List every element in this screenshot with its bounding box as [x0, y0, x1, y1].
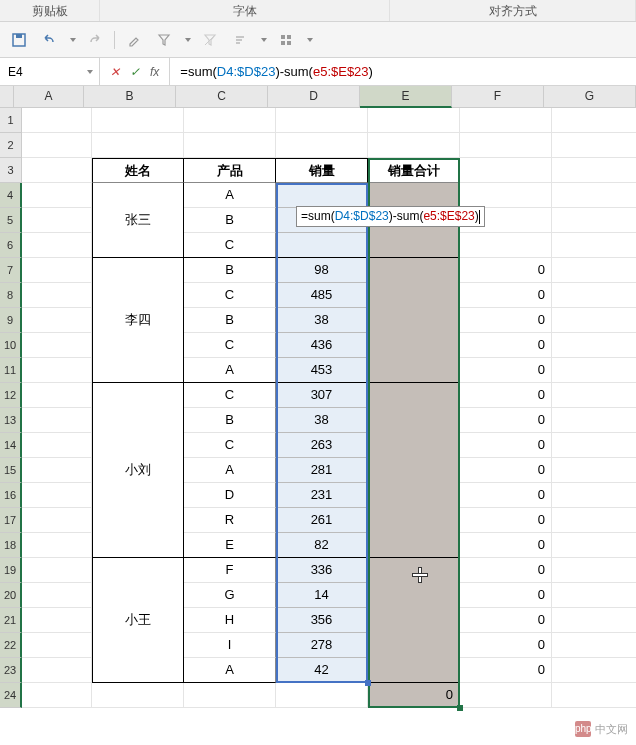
f-cell[interactable]: 0 — [460, 433, 552, 458]
cell[interactable] — [22, 283, 92, 308]
row-header[interactable]: 8 — [0, 283, 22, 308]
cell[interactable] — [552, 133, 636, 158]
name-cell[interactable] — [92, 333, 184, 358]
cell-edit-overlay[interactable]: =sum(D4:$D$23)-sum(e5:$E$23) — [296, 206, 485, 227]
f-cell[interactable]: 0 — [460, 458, 552, 483]
product-cell[interactable]: E — [184, 533, 276, 558]
cell[interactable] — [22, 508, 92, 533]
name-cell[interactable] — [92, 658, 184, 683]
sales-cell[interactable]: 263 — [276, 433, 368, 458]
product-cell[interactable]: A — [184, 358, 276, 383]
f-cell[interactable]: 0 — [460, 283, 552, 308]
cell[interactable] — [552, 208, 636, 233]
product-cell[interactable]: I — [184, 633, 276, 658]
f-cell[interactable]: 0 — [460, 658, 552, 683]
row-header[interactable]: 6 — [0, 233, 22, 258]
product-cell[interactable]: H — [184, 608, 276, 633]
cell[interactable] — [22, 258, 92, 283]
f-cell[interactable]: 0 — [460, 333, 552, 358]
product-cell[interactable]: R — [184, 508, 276, 533]
sales-cell[interactable] — [276, 183, 368, 208]
cell[interactable] — [22, 433, 92, 458]
cell[interactable] — [552, 608, 636, 633]
row-header[interactable]: 13 — [0, 408, 22, 433]
f-cell[interactable]: 0 — [460, 583, 552, 608]
f-cell[interactable]: 0 — [460, 533, 552, 558]
cell[interactable] — [552, 533, 636, 558]
col-header[interactable]: E — [360, 86, 452, 108]
f-cell[interactable]: 0 — [460, 383, 552, 408]
sales-cell[interactable]: 261 — [276, 508, 368, 533]
undo-icon[interactable] — [38, 29, 60, 51]
cell[interactable] — [460, 158, 552, 183]
sort-icon[interactable] — [229, 29, 251, 51]
cell[interactable] — [276, 133, 368, 158]
product-cell[interactable]: C — [184, 333, 276, 358]
sales-cell[interactable]: 281 — [276, 458, 368, 483]
product-cell[interactable]: C — [184, 233, 276, 258]
name-cell[interactable] — [92, 433, 184, 458]
total-cell[interactable] — [368, 283, 460, 308]
cell[interactable] — [22, 658, 92, 683]
cell[interactable] — [22, 183, 92, 208]
cell[interactable] — [552, 508, 636, 533]
cell[interactable] — [22, 558, 92, 583]
row-header[interactable]: 16 — [0, 483, 22, 508]
sales-cell[interactable]: 436 — [276, 333, 368, 358]
cell[interactable] — [368, 108, 460, 133]
accept-formula-button[interactable]: ✓ — [130, 65, 140, 79]
row-header[interactable]: 12 — [0, 383, 22, 408]
name-cell[interactable] — [92, 183, 184, 208]
row-header[interactable]: 19 — [0, 558, 22, 583]
spreadsheet-grid[interactable]: A B C D E F G 123 姓名 产品 销量 销量合计 4 A 5 张三… — [0, 86, 636, 745]
name-cell[interactable] — [92, 483, 184, 508]
name-box-dropdown-icon[interactable] — [87, 70, 93, 74]
name-cell[interactable]: 李四 — [92, 308, 184, 333]
cell[interactable] — [552, 683, 636, 708]
row-header[interactable]: 4 — [0, 183, 22, 208]
cell[interactable] — [22, 633, 92, 658]
grid-dropdown-icon[interactable] — [307, 38, 313, 42]
product-cell[interactable]: C — [184, 433, 276, 458]
total-cell[interactable] — [368, 308, 460, 333]
f-cell[interactable]: 0 — [460, 358, 552, 383]
header-sales[interactable]: 销量 — [276, 158, 368, 183]
cell[interactable] — [22, 383, 92, 408]
row-header[interactable]: 2 — [0, 133, 22, 158]
sales-cell[interactable]: 38 — [276, 408, 368, 433]
name-cell[interactable] — [92, 383, 184, 408]
total-cell[interactable] — [368, 333, 460, 358]
cell[interactable] — [552, 158, 636, 183]
cell[interactable] — [184, 133, 276, 158]
row-header[interactable]: 10 — [0, 333, 22, 358]
name-cell[interactable]: 小王 — [92, 608, 184, 633]
product-cell[interactable]: B — [184, 408, 276, 433]
funnel-dropdown-icon[interactable] — [185, 38, 191, 42]
f-cell[interactable]: 0 — [460, 483, 552, 508]
total-cell[interactable] — [368, 458, 460, 483]
total-cell[interactable] — [368, 583, 460, 608]
col-header[interactable]: C — [176, 86, 268, 108]
sales-cell[interactable]: 485 — [276, 283, 368, 308]
name-cell[interactable] — [92, 408, 184, 433]
total-cell[interactable] — [368, 658, 460, 683]
name-box[interactable]: E4 — [0, 58, 100, 85]
cell[interactable] — [22, 608, 92, 633]
bottom-total-cell[interactable]: 0 — [368, 683, 460, 708]
cell[interactable] — [460, 108, 552, 133]
sales-cell[interactable]: 82 — [276, 533, 368, 558]
cell[interactable] — [552, 633, 636, 658]
cell[interactable] — [552, 383, 636, 408]
header-product[interactable]: 产品 — [184, 158, 276, 183]
row-header[interactable]: 23 — [0, 658, 22, 683]
cell[interactable] — [552, 408, 636, 433]
f-cell[interactable]: 0 — [460, 633, 552, 658]
sales-cell[interactable]: 38 — [276, 308, 368, 333]
cancel-formula-button[interactable]: ✕ — [110, 65, 120, 79]
cell[interactable] — [22, 533, 92, 558]
sort-dropdown-icon[interactable] — [261, 38, 267, 42]
cell[interactable] — [276, 683, 368, 708]
col-header[interactable]: D — [268, 86, 360, 108]
row-header[interactable]: 1 — [0, 108, 22, 133]
cell[interactable] — [460, 133, 552, 158]
